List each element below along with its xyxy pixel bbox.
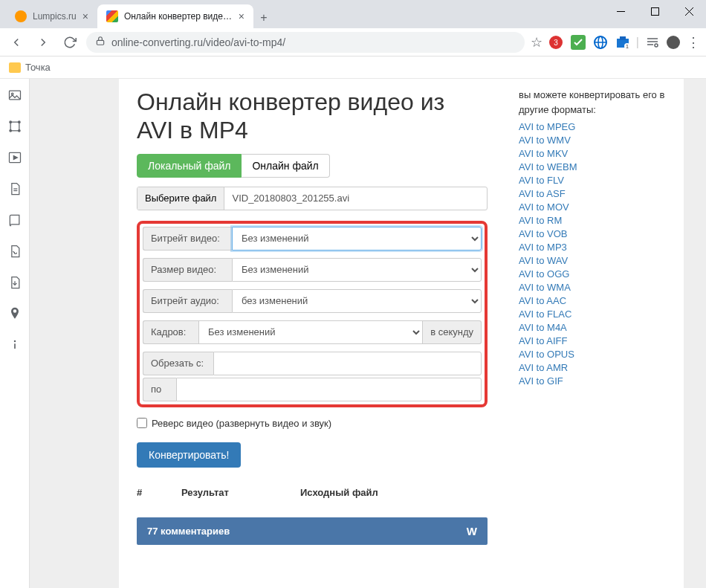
- ext-reader-icon[interactable]: [645, 35, 660, 50]
- cut-from-input[interactable]: [213, 352, 482, 375]
- bitrate-video-select[interactable]: Без изменений: [232, 227, 482, 251]
- source-tabs: Локальный файл Онлайн файл: [137, 154, 488, 178]
- reverse-video-row[interactable]: Реверс видео (развернуть видео и звук): [137, 418, 488, 429]
- minimize-button[interactable]: [603, 0, 638, 22]
- page-title: Онлайн конвертер видео из AVI в MP4: [137, 88, 488, 145]
- reverse-video-checkbox[interactable]: [137, 418, 147, 428]
- ext-opera-icon[interactable]: 3: [548, 35, 563, 50]
- bitrate-audio-select[interactable]: без изменений: [232, 289, 482, 313]
- format-link[interactable]: AVI to ASF: [519, 188, 566, 199]
- format-link[interactable]: AVI to RM: [519, 215, 562, 226]
- back-button[interactable]: [6, 32, 27, 53]
- format-link[interactable]: AVI to OGG: [519, 268, 569, 280]
- results-header: # Результат Исходный файл: [137, 482, 488, 503]
- bookmark-folder[interactable]: Точка: [25, 62, 51, 73]
- browser-toolbar: online-converting.ru/video/avi-to-mp4/ ☆…: [0, 28, 706, 56]
- frames-select[interactable]: Без изменений: [198, 320, 423, 344]
- browser-titlebar: Lumpics.ru × Онлайн конвертер видео из A…: [0, 0, 706, 28]
- side-video-icon[interactable]: [6, 149, 24, 167]
- comments-bar[interactable]: 77 комментариев W: [137, 517, 488, 545]
- tab-local-file[interactable]: Локальный файл: [137, 154, 242, 178]
- bitrate-video-label: Битрейт видео:: [143, 227, 232, 251]
- format-link[interactable]: AVI to GIF: [519, 375, 563, 387]
- format-link[interactable]: AVI to WMA: [519, 282, 571, 293]
- browser-tab-converter[interactable]: Онлайн конвертер видео из AV ×: [97, 4, 253, 28]
- page-content: Онлайн конвертер видео из AVI в MP4 Лока…: [30, 79, 706, 588]
- ext-check-icon[interactable]: [571, 35, 586, 50]
- tab-title: Lumpics.ru: [33, 11, 77, 22]
- browser-menu-button[interactable]: ⋮: [687, 34, 700, 51]
- bookmarks-bar: Точка: [0, 56, 706, 79]
- settings-highlight: Битрейт видео: Без изменений Размер виде…: [137, 221, 488, 407]
- cut-to-label: по: [143, 378, 176, 401]
- forward-button[interactable]: [33, 32, 54, 53]
- cut-from-label: Обрезать с:: [143, 352, 213, 375]
- side-image-icon[interactable]: [6, 86, 24, 104]
- folder-icon: [9, 62, 21, 73]
- format-link[interactable]: AVI to AIFF: [519, 335, 568, 346]
- format-link[interactable]: AVI to M4A: [519, 322, 567, 333]
- close-icon[interactable]: ×: [82, 10, 88, 22]
- format-link[interactable]: AVI to OPUS: [519, 349, 574, 360]
- format-link[interactable]: AVI to MOV: [519, 201, 569, 213]
- format-link[interactable]: AVI to WAV: [519, 255, 568, 266]
- reverse-video-label: Реверс видео (развернуть видео и звук): [152, 418, 331, 429]
- new-tab-button[interactable]: +: [253, 7, 274, 28]
- svg-text:1: 1: [626, 44, 629, 49]
- maximize-button[interactable]: [638, 0, 672, 22]
- format-link[interactable]: AVI to MKV: [519, 148, 568, 159]
- close-icon[interactable]: ×: [239, 10, 244, 22]
- side-audio-icon[interactable]: [6, 242, 24, 260]
- choose-file-button[interactable]: Выберите файл: [137, 187, 224, 210]
- ext-avatar-icon[interactable]: [666, 35, 681, 50]
- reload-button[interactable]: [59, 32, 80, 53]
- format-link[interactable]: AVI to MP3: [519, 242, 567, 253]
- svg-point-24: [18, 121, 20, 123]
- svg-marker-28: [13, 156, 17, 160]
- svg-rect-22: [10, 122, 19, 131]
- ext-globe-icon[interactable]: [593, 35, 608, 50]
- window-controls: [603, 0, 706, 22]
- side-pin-icon[interactable]: [6, 305, 24, 323]
- format-link[interactable]: AVI to AMR: [519, 362, 568, 373]
- file-name-display: VID_20180803_201255.avi: [224, 187, 357, 210]
- side-info-icon[interactable]: [6, 336, 24, 354]
- close-window-button[interactable]: [672, 0, 706, 22]
- svg-rect-32: [14, 343, 16, 349]
- format-link[interactable]: AVI to VOB: [519, 228, 568, 239]
- side-crop-icon[interactable]: [6, 117, 24, 135]
- svg-point-23: [9, 121, 10, 123]
- svg-rect-12: [620, 36, 626, 40]
- size-video-select[interactable]: Без изменений: [232, 258, 482, 282]
- side-arrow-doc-icon[interactable]: [6, 274, 24, 291]
- ext-box-icon[interactable]: 1: [615, 35, 630, 50]
- format-link[interactable]: AVI to FLAC: [519, 308, 571, 320]
- tab-online-file[interactable]: Онлайн файл: [242, 154, 329, 178]
- left-sidebar: [0, 79, 30, 588]
- favicon-icon: [15, 10, 27, 22]
- cut-to-input[interactable]: [176, 378, 482, 401]
- side-book-icon[interactable]: [6, 211, 24, 229]
- format-link[interactable]: AVI to WEBM: [519, 161, 577, 172]
- convert-button[interactable]: Конвертировать!: [137, 442, 241, 468]
- lock-icon: [95, 36, 106, 48]
- svg-point-25: [9, 130, 10, 132]
- bitrate-audio-label: Битрейт аудио:: [143, 289, 232, 313]
- url-text: online-converting.ru/video/avi-to-mp4/: [111, 36, 285, 48]
- format-link[interactable]: AVI to AAC: [519, 295, 566, 306]
- side-doc-icon[interactable]: [6, 180, 24, 198]
- format-link[interactable]: AVI to WMV: [519, 135, 571, 146]
- col-result: Результат: [181, 487, 271, 498]
- col-source: Исходный файл: [300, 487, 378, 498]
- viewport: Онлайн конвертер видео из AVI в MP4 Лока…: [0, 79, 706, 588]
- frames-suffix: в секунду: [423, 320, 482, 344]
- frames-label: Кадров:: [143, 320, 198, 344]
- format-link[interactable]: AVI to FLV: [519, 175, 564, 186]
- comments-count: 77 комментариев: [147, 526, 230, 537]
- bookmark-star-icon[interactable]: ☆: [531, 34, 543, 51]
- address-bar[interactable]: online-converting.ru/video/avi-to-mp4/: [86, 32, 525, 53]
- format-link[interactable]: AVI to MPEG: [519, 121, 575, 132]
- svg-point-31: [13, 340, 16, 343]
- size-video-label: Размер видео:: [143, 258, 232, 282]
- browser-tab-lumpics[interactable]: Lumpics.ru ×: [6, 4, 97, 28]
